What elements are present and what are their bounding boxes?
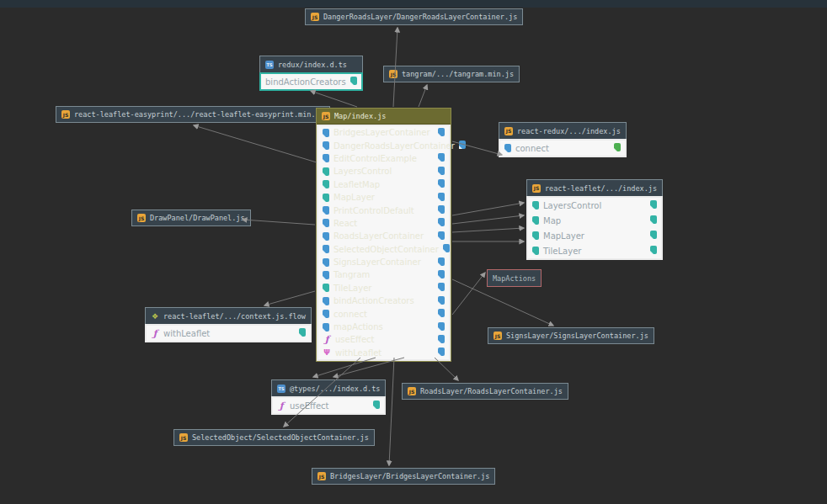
symbol-row[interactable]: SelectedObjectContainer	[318, 243, 449, 256]
symbol-doc-teal-icon	[323, 284, 329, 292]
node-header[interactable]: JSDrawPanel/DrawPanel.js	[131, 210, 251, 226]
node-header[interactable]: JSSignsLayer/SignsLayerContainer.js	[488, 327, 654, 344]
node-body: BridgesLayerContainerDangerRoadsLayerCon…	[317, 125, 451, 361]
symbol-row[interactable]: SignsLayerContainer	[318, 256, 449, 268]
node-roadslayer-container-js[interactable]: JSRoadsLayer/RoadsLayerContainer.js	[402, 383, 568, 400]
node-header[interactable]: JSDangerRoadsLayer/DangerRoadsLayerConta…	[305, 8, 523, 25]
node-header[interactable]: MapActions	[487, 269, 542, 287]
node-react-leaflet-index-js[interactable]: JSreact-leaflet/.../index.jsLayersContro…	[526, 179, 663, 260]
node-header[interactable]: JSreact-leaflet/.../index.js	[526, 179, 663, 196]
symbol-row[interactable]: bindActionCreators	[261, 74, 361, 89]
dependency-graph-canvas[interactable]: JSDangerRoadsLayer/DangerRoadsLayerConta…	[0, 0, 827, 504]
node-drawpanel-js[interactable]: JSDrawPanel/DrawPanel.js	[131, 210, 251, 226]
symbol-doc-teal-icon	[532, 216, 539, 225]
symbol-row[interactable]: LayersControl	[528, 198, 661, 213]
symbol-row[interactable]: Tangram	[318, 268, 449, 281]
symbol-doc-blue-icon	[323, 323, 329, 332]
symbol-label: useEffect	[335, 335, 374, 344]
symbol-doc-teal-icon	[323, 180, 329, 188]
symbol-row[interactable]: ƒwithLeaflet	[147, 326, 310, 341]
symbol-doc-blue-icon	[438, 309, 445, 317]
symbol-row[interactable]: connect	[318, 307, 449, 320]
symbol-doc-blue-icon	[438, 193, 445, 201]
symbol-doc-blue-icon	[323, 232, 329, 241]
js-file-icon: JS	[61, 110, 70, 119]
node-tangram-min-js[interactable]: JStangram/.../tangram.min.js	[383, 66, 520, 82]
node-map-index-js[interactable]: JSMap/index.jsBridgesLayerContainerDange…	[316, 108, 451, 362]
symbol-doc-blue-icon	[438, 218, 445, 226]
node-signslayer-container-js[interactable]: JSSignsLayer/SignsLayerContainer.js	[488, 327, 654, 344]
symbol-row[interactable]: ΨwithLeaflet	[318, 347, 449, 359]
node-body: ƒwithLeaflet	[145, 324, 312, 342]
node-header[interactable]: JSBridgesLayer/BridgesLayerContainer.js	[312, 468, 495, 485]
symbol-doc-teal-icon	[323, 194, 329, 202]
symbol-row[interactable]: mapActions	[318, 321, 449, 333]
symbol-row[interactable]: PrintControlDefault	[318, 204, 449, 216]
symbol-row[interactable]: DangerRoadsLayerContainer	[318, 139, 449, 151]
symbol-row[interactable]: TileLayer	[528, 243, 661, 258]
symbol-label: TileLayer	[543, 247, 581, 256]
js-file-icon: JS	[504, 127, 513, 135]
symbol-doc-blue-icon	[323, 271, 329, 279]
symbol-doc-blue-icon	[438, 205, 445, 214]
symbol-doc-teal-icon	[650, 246, 657, 254]
symbol-row[interactable]: TileLayer	[318, 282, 449, 294]
node-header[interactable]: JSSelectedObject/SelectedObjectContainer…	[173, 429, 375, 446]
symbol-doc-blue-icon	[323, 297, 329, 305]
symbol-label: useEffect	[290, 401, 328, 411]
js-file-icon: JS	[322, 112, 330, 120]
node-mapactions[interactable]: MapActions	[487, 269, 542, 287]
symbol-doc-blue-icon	[438, 335, 445, 343]
symbol-row[interactable]: MapLayer	[318, 191, 449, 204]
symbol-row[interactable]: BridgesLayerContainer	[318, 126, 449, 139]
symbol-doc-blue-icon	[323, 129, 329, 137]
js-file-icon: JS	[179, 433, 188, 442]
symbol-row[interactable]: connect	[500, 141, 625, 156]
symbol-label: LayersControl	[333, 167, 392, 176]
symbol-row[interactable]: MapLayer	[528, 228, 661, 243]
ts-file-icon: TS	[265, 61, 274, 69]
symbol-doc-teal-icon	[373, 401, 380, 409]
node-label: tangram/.../tangram.min.js	[402, 70, 514, 78]
symbol-doc-teal-icon	[532, 231, 539, 240]
node-redux-index-dts[interactable]: TSredux/index.d.tsbindActionCreators	[259, 56, 363, 91]
symbol-row[interactable]: React	[318, 217, 449, 230]
symbol-doc-blue-icon	[323, 258, 329, 267]
symbol-label: Map	[543, 216, 561, 225]
symbol-row[interactable]: Map	[528, 213, 661, 228]
node-header[interactable]: ❖react-leaflet/.../context.js.flow	[145, 307, 312, 324]
node-header[interactable]: JSreact-redux/.../index.js	[499, 122, 627, 139]
symbol-row[interactable]: LayersControl	[318, 165, 449, 178]
symbol-row[interactable]: EditControlExample	[318, 152, 449, 165]
symbol-row[interactable]: RoadsLayerContainer	[318, 230, 449, 242]
symbol-row[interactable]: ƒuseEffect	[318, 333, 449, 346]
symbol-label: LeafletMap	[333, 180, 380, 189]
symbol-doc-blue-icon	[438, 231, 445, 240]
symbol-doc-blue-icon	[438, 270, 445, 279]
symbol-doc-teal-icon	[650, 231, 657, 239]
node-selectedobject-container-js[interactable]: JSSelectedObject/SelectedObjectContainer…	[173, 429, 375, 446]
node-label: MapActions	[493, 274, 536, 283]
node-react-leaflet-context-flow[interactable]: ❖react-leaflet/.../context.js.flowƒwithL…	[145, 307, 312, 342]
symbol-row[interactable]: LeafletMap	[318, 178, 449, 191]
symbol-doc-teal-icon	[650, 215, 657, 224]
hoc-icon: Ψ	[323, 348, 331, 357]
node-header[interactable]: TS@types/.../index.d.ts	[271, 379, 386, 396]
node-header[interactable]: JStangram/.../tangram.min.js	[383, 66, 520, 82]
node-danger-roads-container-file[interactable]: JSDangerRoadsLayer/DangerRoadsLayerConta…	[305, 8, 523, 25]
node-react-leaflet-easyprint-min-js[interactable]: JSreact-leaflet-easyprint/.../react-leaf…	[56, 106, 330, 123]
node-bridgeslayer-container-js[interactable]: JSBridgesLayer/BridgesLayerContainer.js	[312, 468, 495, 485]
js-file-icon: JS	[532, 184, 541, 193]
symbol-row[interactable]: bindActionCreators	[318, 294, 449, 307]
node-header[interactable]: JSRoadsLayer/RoadsLayerContainer.js	[402, 383, 568, 400]
node-header[interactable]: TSredux/index.d.ts	[259, 56, 363, 72]
node-header[interactable]: JSreact-leaflet-easyprint/.../react-leaf…	[56, 106, 330, 123]
node-react-redux-index-js[interactable]: JSreact-redux/.../index.jsconnect	[499, 122, 627, 157]
node-header[interactable]: JSMap/index.js	[317, 109, 451, 125]
symbol-row[interactable]: ƒuseEffect	[273, 398, 384, 413]
symbol-doc-teal-icon	[532, 247, 539, 255]
symbol-label: bindActionCreators	[333, 296, 414, 305]
symbol-label: EditControlExample	[333, 154, 417, 163]
node-body: ƒuseEffect	[271, 396, 386, 415]
node-types-index-dts[interactable]: TS@types/.../index.d.tsƒuseEffect	[271, 379, 386, 415]
